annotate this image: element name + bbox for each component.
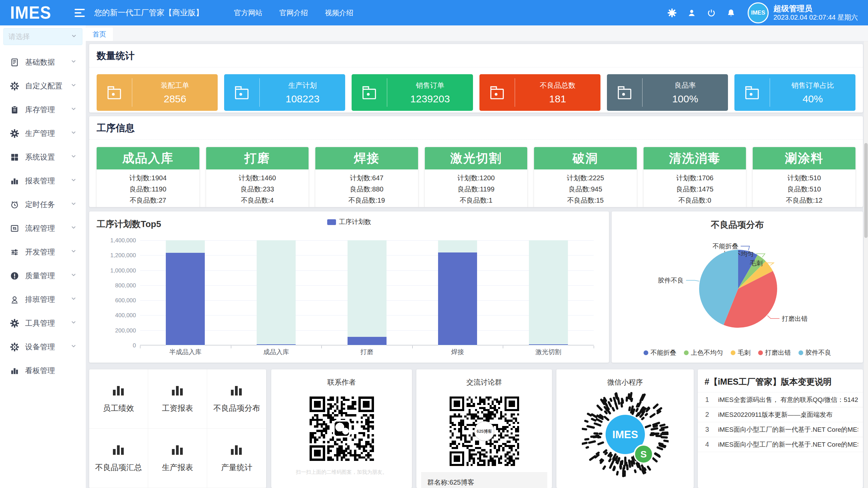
bar-成品入库 <box>257 344 296 345</box>
bar-chart-icon <box>10 177 19 185</box>
shortcut-产量统计[interactable]: 产量统计 <box>207 429 266 488</box>
changelog-row[interactable]: 3iMES面向小型工厂的新一代基于.NET Core的MES系统__移动端 <box>698 422 863 437</box>
sidebar-item-排班管理[interactable]: 排班管理 <box>0 288 86 311</box>
process-card-激光切割: 激光切割计划数:1200良品数:1199不良品数:1 <box>425 147 528 207</box>
changelog-row[interactable]: 1iMES全套源码出售， 有意的联系QQ/微信：514224717 <box>698 392 863 407</box>
tabbar: 首页 <box>86 25 868 41</box>
scrollbar[interactable] <box>864 41 868 488</box>
svg-text:625博客: 625博客 <box>476 429 492 434</box>
sidebar-item-label: 系统设置 <box>25 152 70 162</box>
miniprogram-qr-code: IMESS <box>556 391 694 478</box>
sidebar-item-系统设置[interactable]: 系统设置 <box>0 145 86 169</box>
shortcuts-panel: 员工绩效工资报表不良品项分布不良品项汇总生产报表产量统计 <box>89 369 266 488</box>
sidebar-item-label: 质量管理 <box>25 271 70 281</box>
stat-text: 销售订单1239203 <box>387 81 473 105</box>
sidebar-item-看板管理[interactable]: 看板管理 <box>0 359 86 383</box>
sidebar-item-label: 定时任务 <box>25 200 70 210</box>
stat-card-不良品总数: 不良品总数181 <box>479 74 600 111</box>
process-card-name: 成品入库 <box>97 147 199 169</box>
power-icon[interactable] <box>707 8 716 17</box>
chevron-down-icon <box>70 129 77 138</box>
menu-toggle-icon[interactable] <box>75 9 85 17</box>
sidebar-item-生产管理[interactable]: 生产管理 <box>0 122 86 145</box>
sidebar-item-流程管理[interactable]: 流程管理 <box>0 217 86 240</box>
top-nav-link-2[interactable]: 视频介绍 <box>325 8 353 18</box>
folder-icon <box>734 83 770 102</box>
app-logo: IMES <box>10 3 68 23</box>
folder-icon <box>352 83 387 102</box>
stat-text: 销售订单占比40% <box>770 81 855 105</box>
bar-chart-x-axis: 半成品入库成品入库打磨焊接激光切割 <box>140 348 594 358</box>
top-nav-link-1[interactable]: 官网介绍 <box>279 8 308 18</box>
process-card-name: 涮涂料 <box>753 147 855 169</box>
scrollbar-thumb[interactable] <box>864 143 868 238</box>
process-plan: 计划数:647 <box>315 172 418 184</box>
pie-legend-item-胶件不良[interactable]: 胶件不良 <box>798 348 831 357</box>
sidebar-select[interactable]: 请选择 <box>3 28 82 45</box>
process-good: 良品数:945 <box>534 184 637 195</box>
stat-text: 装配工单2856 <box>132 81 218 105</box>
sidebar-item-label: 自定义配置 <box>25 81 70 91</box>
top-nav-link-0[interactable]: 官方网站 <box>234 8 262 18</box>
shortcut-员工绩效[interactable]: 员工绩效 <box>89 369 148 429</box>
user-icon[interactable] <box>687 8 696 17</box>
y-tick-label: 200,000 <box>89 327 136 334</box>
avatar[interactable]: IMES <box>748 2 769 23</box>
user-meta: 超级管理员 2023.02.04 02:07:44 星期六 <box>773 4 858 22</box>
stat-value: 100% <box>643 93 728 105</box>
shortcut-工资报表[interactable]: 工资报表 <box>148 369 207 429</box>
pie-legend-item-毛刺[interactable]: 毛刺 <box>731 348 751 357</box>
chevron-down-icon <box>70 153 77 162</box>
stat-label: 良品率 <box>643 81 728 90</box>
sidebar-item-质量管理[interactable]: 质量管理 <box>0 264 86 288</box>
process-plan: 计划数:1904 <box>97 172 199 184</box>
sidebar-item-开发管理[interactable]: 开发管理 <box>0 240 86 264</box>
pie-legend-item-打磨出错[interactable]: 打磨出错 <box>758 348 791 357</box>
pie-legend-item-不能折叠[interactable]: 不能折叠 <box>644 348 676 357</box>
bar-chart-y-axis: 0200,000400,000600,000800,0001,000,0001,… <box>89 240 136 345</box>
sidebar-item-label: 库存管理 <box>25 105 70 115</box>
bar-chart-icon <box>112 444 125 456</box>
sidebar-item-label: 看板管理 <box>25 366 77 376</box>
x-category-label: 激光切割 <box>503 348 594 357</box>
bar-chart-icon <box>112 385 125 397</box>
legend-dot <box>684 350 689 355</box>
sidebar-item-基础数据[interactable]: 基础数据 <box>0 50 86 74</box>
sidebar-item-自定义配置[interactable]: 自定义配置 <box>0 74 86 98</box>
changelog-title: #【iMES工厂管家】版本变更说明 <box>698 369 863 392</box>
legend-dot <box>798 350 803 355</box>
shortcut-不良品项汇总[interactable]: 不良品项汇总 <box>89 429 148 488</box>
book-icon <box>10 58 19 67</box>
chevron-down-icon <box>70 200 77 209</box>
process-good: 良品数:1475 <box>644 184 746 195</box>
changelog-row[interactable]: 4iMES面向小型工厂的新一代基于.NET Core的MES系统__PC端 <box>698 437 863 452</box>
bell-icon[interactable] <box>727 8 735 17</box>
process-card-打磨: 打磨计划数:1460良品数:233不良品数:4 <box>206 147 309 207</box>
gear-icon[interactable] <box>668 8 676 17</box>
section-title-stats: 数量统计 <box>89 44 863 67</box>
sidebar-item-设备管理[interactable]: 设备管理 <box>0 335 86 359</box>
process-card-清洗消毒: 清洗消毒计划数:1706良品数:1475不良品数:0 <box>644 147 746 207</box>
svg-text:IMES: IMES <box>612 429 638 441</box>
process-good: 良品数:1190 <box>97 184 199 195</box>
y-tick-label: 400,000 <box>89 312 136 319</box>
changelog-text: iMES20220911版本更新——桌面端发布 <box>718 410 833 419</box>
shortcut-生产报表[interactable]: 生产报表 <box>148 429 207 488</box>
bar-chart-legend[interactable]: 工序计划数 <box>89 218 609 226</box>
sidebar-item-库存管理[interactable]: 库存管理 <box>0 98 86 122</box>
shortcut-label: 生产报表 <box>162 462 193 473</box>
changelog-num: 1 <box>705 396 718 404</box>
process-bad: 不良品数:19 <box>315 195 418 206</box>
svg-text:S: S <box>640 449 647 460</box>
sidebar-item-报表管理[interactable]: 报表管理 <box>0 169 86 193</box>
changelog-row[interactable]: 2iMES20220911版本更新——桌面端发布 <box>698 407 863 422</box>
stat-card-良品率: 良品率100% <box>607 74 728 111</box>
pie-legend-item-上色不均匀[interactable]: 上色不均匀 <box>684 348 723 357</box>
process-plan: 计划数:1706 <box>644 172 746 184</box>
tab-home[interactable]: 首页 <box>86 27 113 41</box>
sidebar-item-工具管理[interactable]: 工具管理 <box>0 311 86 335</box>
sidebar-item-定时任务[interactable]: 定时任务 <box>0 193 86 217</box>
x-axis-tick <box>594 346 594 348</box>
stat-label: 销售订单占比 <box>770 81 855 90</box>
shortcut-不良品项分布[interactable]: 不良品项分布 <box>207 369 266 429</box>
